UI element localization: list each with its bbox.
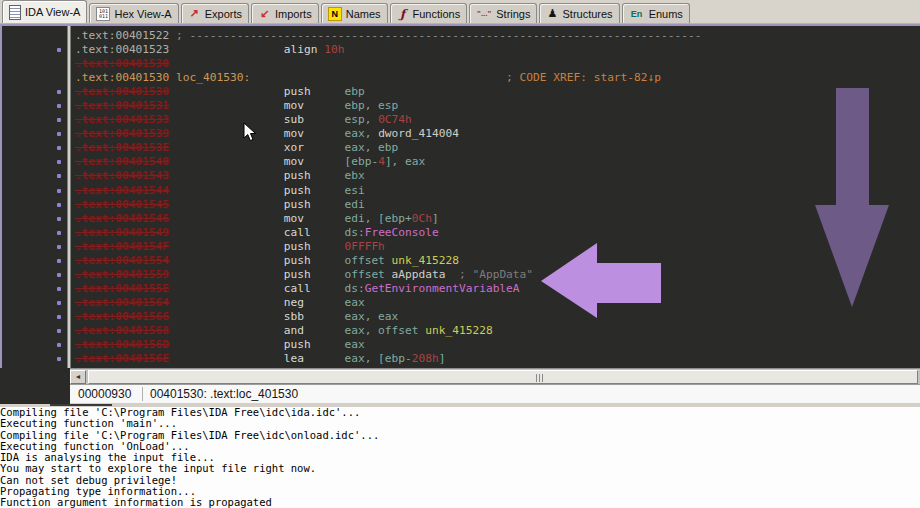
listing-line[interactable]: .text:00401530 (2, 57, 920, 71)
listing-line-code: .text:0040155E call ds:GetEnvironmentVar… (75, 282, 520, 296)
code-segment: .text:0040154F (75, 240, 169, 253)
listing-line[interactable]: .text:00401566 sbb eax, eax (2, 310, 920, 324)
code-segment (169, 155, 284, 168)
status-location: 00401530: .text:loc_401530 (150, 387, 298, 401)
listing-line[interactable]: .text:0040156E lea eax, [ebp-208h] (2, 352, 920, 366)
code-segment: 208h (412, 352, 439, 365)
code-segment: .text:0040156E (75, 352, 169, 365)
code-segment: push (284, 254, 345, 267)
tab-functions[interactable]: ƒFunctions (390, 3, 468, 23)
listing-line[interactable]: .text:00401559 push offset aAppdata ; "A… (2, 268, 920, 282)
code-segment: align (284, 43, 324, 56)
code-segment (169, 99, 284, 112)
status-divider (142, 387, 143, 401)
listing-line-code: .text:00401531 mov ebp, esp (75, 99, 398, 113)
code-segment (169, 296, 284, 309)
listing-line[interactable]: .text:00401522 ; -----------------------… (2, 29, 920, 43)
listing-line[interactable]: .text:00401564 neg eax (2, 296, 920, 310)
listing-line[interactable]: .text:0040155E call ds:GetEnvironmentVar… (2, 282, 920, 296)
listing-line-code: .text:00401540 mov [ebp-4], eax (75, 155, 425, 169)
listing-line[interactable]: .text:00401533 sub esp, 0C74h (2, 113, 920, 127)
listing-line[interactable]: .text:00401530 loc_401530: ; CODE XREF: … (2, 71, 920, 85)
code-segment: .text:00401549 (75, 226, 169, 239)
listing-line[interactable]: .text:00401549 call ds:FreeConsole (2, 226, 920, 240)
code-segment: ; "AppData" (459, 268, 533, 281)
tab-ida-view-a[interactable]: IDA View-A (2, 0, 87, 23)
code-segment: eax, offset (344, 324, 425, 337)
line-marker-icon (57, 231, 61, 235)
listing-line[interactable]: .text:00401568 and eax, offset unk_41522… (2, 324, 920, 338)
listing-line[interactable]: .text:00401540 mov [ebp-4], eax (2, 155, 920, 169)
code-segment: sbb (284, 310, 345, 323)
listing-line[interactable]: .text:00401523 align 10h (2, 43, 920, 57)
listing-line-code: .text:00401530 push ebp (75, 85, 365, 99)
scrollbar-thumb[interactable] (88, 370, 918, 384)
listing-line[interactable]: .text:00401545 push edi (2, 198, 920, 212)
code-segment (169, 268, 284, 281)
code-segment: call (284, 282, 345, 295)
tab-strings[interactable]: "..."Strings (469, 3, 537, 23)
code-segment: edi, [ebp+ (344, 212, 411, 225)
listing-line-code: .text:00401549 call ds:FreeConsole (75, 226, 439, 240)
code-segment: mov (284, 212, 345, 225)
line-marker-icon (57, 287, 61, 291)
code-segment: .text:0040155E (75, 282, 169, 295)
output-window[interactable]: Compiling file 'C:\Program Files\IDA Fre… (0, 407, 920, 508)
listing-line[interactable]: .text:00401544 push esi (2, 184, 920, 198)
listing-line-code: .text:00401544 push esi (75, 184, 365, 198)
code-segment: eax (344, 338, 364, 351)
scroll-left-button[interactable]: ◄ (70, 370, 86, 384)
status-bar: 00000930 00401530: .text:loc_401530 (70, 384, 920, 403)
tab-exports[interactable]: ↗Exports (181, 3, 249, 23)
line-marker-icon (57, 160, 61, 164)
listing-line[interactable]: .text:00401539 mov eax, dword_414004 (2, 127, 920, 141)
code-segment: .text:00401545 (75, 198, 169, 211)
code-segment: esp, (344, 113, 378, 126)
code-segment (169, 352, 284, 365)
code-segment: .text:00401530 (75, 71, 169, 84)
line-marker-icon (57, 245, 61, 249)
line-marker-icon (57, 104, 61, 108)
tab-imports[interactable]: ↙Imports (251, 3, 319, 23)
code-segment: GetEnvironmentVariableA (365, 282, 520, 295)
output-line: Function argument information is propaga… (0, 497, 920, 508)
tab-hex-view-a[interactable]: 101 011Hex View-A (89, 3, 178, 23)
tab-structures[interactable]: ♟Structures (539, 3, 619, 23)
horizontal-scrollbar[interactable]: ◄ (70, 368, 920, 384)
tab-label: Exports (205, 8, 242, 20)
code-segment: ] (432, 212, 439, 225)
dock-splitter-handle[interactable] (50, 404, 112, 406)
listing-line[interactable]: .text:00401546 mov edi, [ebp+0Ch] (2, 212, 920, 226)
ida-window: IDA View-A101 011Hex View-A↗Exports↙Impo… (0, 0, 920, 508)
listing-line[interactable]: .text:00401531 mov ebp, esp (2, 99, 920, 113)
functions-icon: ƒ (397, 7, 409, 20)
line-marker-icon (57, 315, 61, 319)
listing-line[interactable]: .text:00401543 push ebx (2, 169, 920, 183)
listing-line[interactable]: .text:0040153E xor eax, ebp (2, 141, 920, 155)
listing-line-code: .text:00401545 push edi (75, 198, 365, 212)
listing-line[interactable]: .text:0040154F push 0FFFFh (2, 240, 920, 254)
listing-line[interactable]: .text:00401554 push offset unk_415228 (2, 254, 920, 268)
listing-line-code: .text:00401566 sbb eax, eax (75, 310, 398, 324)
tab-bar: IDA View-A101 011Hex View-A↗Exports↙Impo… (0, 0, 920, 24)
code-segment: .text:00401530 (75, 85, 169, 98)
code-segment: mov (284, 99, 345, 112)
code-segment (169, 254, 284, 267)
listing-line-code: .text:0040156D push eax (75, 338, 365, 352)
tab-label: Hex View-A (114, 8, 171, 20)
code-segment: .text:00401530 (75, 57, 169, 70)
tab-enums[interactable]: EnEnums (622, 3, 690, 23)
line-marker-icon (57, 174, 61, 178)
tab-names[interactable]: NNames (321, 3, 388, 23)
listing-line[interactable]: .text:0040156D push eax (2, 338, 920, 352)
listing-line-code: .text:00401543 push ebx (75, 169, 365, 183)
code-segment: eax, (344, 127, 378, 140)
code-segment (169, 113, 284, 126)
listing-line-code: .text:00401522 ; -----------------------… (75, 29, 701, 43)
code-segment (169, 240, 284, 253)
code-segment: eax (344, 296, 364, 309)
listing-line[interactable]: .text:00401530 push ebp (2, 85, 920, 99)
disassembly-view[interactable]: .text:00401522 ; -----------------------… (0, 26, 920, 368)
strings-icon: "..." (476, 8, 492, 20)
code-segment: and (284, 324, 345, 337)
